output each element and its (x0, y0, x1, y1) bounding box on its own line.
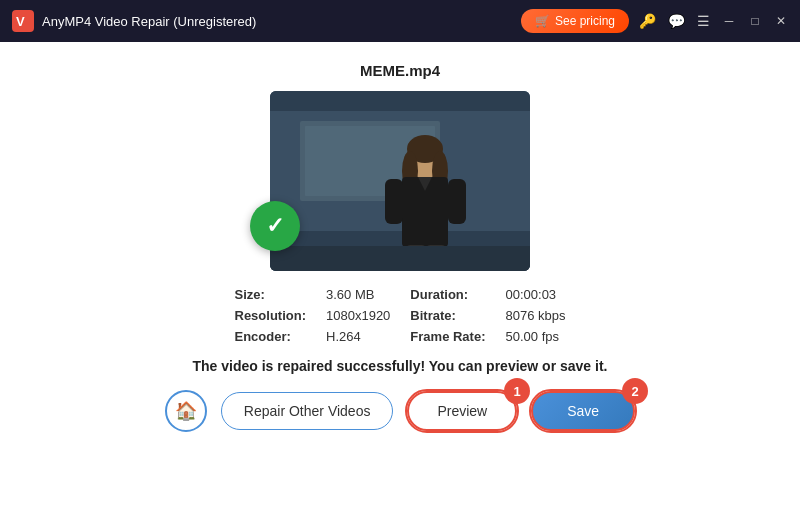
actions-row: 🏠 Repair Other Videos Preview 1 Save 2 (165, 390, 635, 432)
main-content: MEME.mp4 (0, 42, 800, 527)
repair-other-button[interactable]: Repair Other Videos (221, 392, 394, 430)
cart-icon: 🛒 (535, 14, 550, 28)
app-logo: V (12, 10, 34, 32)
svg-text:V: V (16, 14, 25, 29)
bitrate-value: 8076 kbps (505, 308, 565, 323)
maximize-button[interactable]: □ (748, 14, 762, 28)
key-icon[interactable]: 🔑 (639, 13, 656, 29)
resolution-value: 1080x1920 (326, 308, 390, 323)
size-value: 3.60 MB (326, 287, 390, 302)
preview-button[interactable]: Preview (407, 391, 517, 431)
app-title: AnyMP4 Video Repair (Unregistered) (42, 14, 521, 29)
success-check-icon: ✓ (250, 201, 300, 251)
pricing-label: See pricing (555, 14, 615, 28)
video-filename: MEME.mp4 (360, 62, 440, 79)
duration-value: 00:00:03 (505, 287, 565, 302)
video-scene (270, 91, 530, 271)
home-icon: 🏠 (175, 400, 197, 422)
framerate-label: Frame Rate: (410, 329, 485, 344)
encoder-value: H.264 (326, 329, 390, 344)
framerate-value: 50.00 fps (505, 329, 565, 344)
minimize-button[interactable]: ─ (722, 14, 736, 28)
bitrate-label: Bitrate: (410, 308, 485, 323)
resolution-label: Resolution: (235, 308, 307, 323)
save-wrapper: Save 2 (531, 391, 635, 431)
encoder-label: Encoder: (235, 329, 307, 344)
size-label: Size: (235, 287, 307, 302)
badge-1: 1 (504, 378, 530, 404)
video-info-table: Size: 3.60 MB Duration: 00:00:03 Resolut… (235, 287, 566, 344)
badge-2: 2 (622, 378, 648, 404)
preview-wrapper: Preview 1 (407, 391, 517, 431)
video-thumbnail (270, 91, 530, 271)
close-button[interactable]: ✕ (774, 14, 788, 28)
svg-rect-11 (385, 179, 403, 224)
home-button[interactable]: 🏠 (165, 390, 207, 432)
see-pricing-button[interactable]: 🛒 See pricing (521, 9, 629, 33)
chat-icon[interactable]: 💬 (668, 13, 685, 29)
svg-rect-15 (270, 246, 530, 271)
save-button[interactable]: Save (531, 391, 635, 431)
title-bar: V AnyMP4 Video Repair (Unregistered) 🛒 S… (0, 0, 800, 42)
duration-label: Duration: (410, 287, 485, 302)
menu-icon[interactable]: ☰ (697, 13, 710, 29)
svg-rect-12 (448, 179, 466, 224)
window-controls: 🔑 💬 ☰ ─ □ ✕ (639, 13, 788, 29)
video-thumbnail-container: ✓ (270, 91, 530, 271)
success-message: The video is repaired successfully! You … (193, 358, 608, 374)
